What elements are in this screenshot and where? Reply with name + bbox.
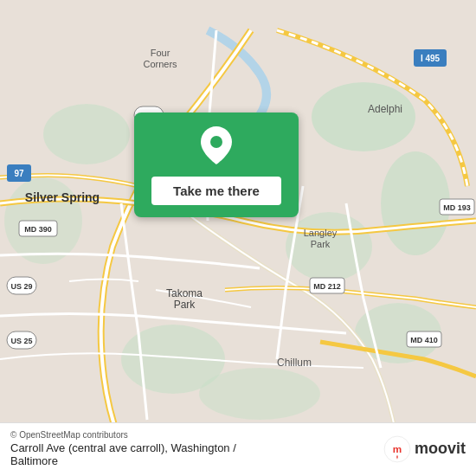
svg-text:97: 97 [14, 169, 24, 178]
footer-info: © OpenStreetMap contributors Carroll Ave… [10, 430, 236, 467]
svg-point-8 [199, 368, 320, 420]
svg-point-36 [210, 136, 222, 148]
svg-text:Park: Park [311, 239, 331, 249]
map-container: 97 US 29 MD 390 US 29 US 25 I 495 MD 193… [0, 0, 476, 476]
map-background: 97 US 29 MD 390 US 29 US 25 I 495 MD 193… [0, 0, 476, 476]
svg-text:Corners: Corners [143, 59, 177, 69]
location-pin-icon [201, 126, 232, 168]
svg-text:Langley: Langley [304, 228, 338, 238]
svg-text:MD 212: MD 212 [313, 282, 341, 291]
footer-bar: © OpenStreetMap contributors Carroll Ave… [0, 422, 476, 476]
location-text: Carroll Ave (central ave carroll), Washi… [10, 441, 236, 467]
svg-text:Takoma: Takoma [166, 287, 203, 299]
svg-text:Park: Park [174, 299, 196, 311]
moovit-logo: m moovit [383, 435, 466, 463]
moovit-text: moovit [415, 440, 466, 458]
svg-text:MD 390: MD 390 [24, 225, 52, 234]
copyright-text: © OpenStreetMap contributors [10, 430, 236, 440]
moovit-icon: m [383, 435, 411, 463]
svg-text:MD 193: MD 193 [443, 203, 471, 212]
svg-text:Silver Spring: Silver Spring [25, 190, 100, 204]
svg-text:MD 410: MD 410 [410, 336, 438, 344]
svg-text:I 495: I 495 [421, 54, 441, 63]
cta-card: Take me there [134, 113, 299, 217]
svg-text:US 29: US 29 [10, 282, 32, 291]
svg-text:Four: Four [151, 48, 170, 58]
svg-text:Chillum: Chillum [277, 357, 312, 369]
svg-text:US 25: US 25 [10, 337, 32, 345]
svg-point-4 [43, 104, 130, 164]
svg-text:Adelphi: Adelphi [368, 103, 402, 115]
take-me-there-button[interactable]: Take me there [151, 177, 281, 205]
svg-point-1 [312, 82, 415, 151]
svg-text:m: m [393, 443, 402, 454]
